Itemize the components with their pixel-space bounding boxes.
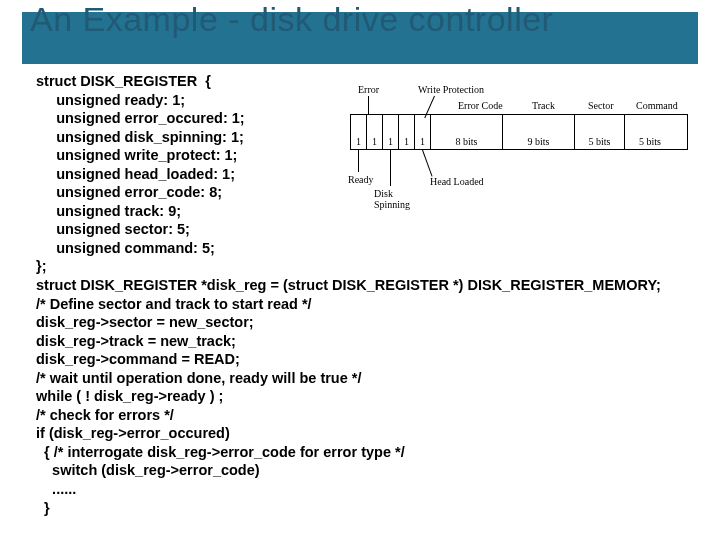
code-block: struct DISK_REGISTER { unsigned ready: 1… <box>36 72 661 517</box>
slide-title: An Example - disk drive controller <box>30 0 553 39</box>
slide: An Example - disk drive controller Error… <box>0 0 720 540</box>
